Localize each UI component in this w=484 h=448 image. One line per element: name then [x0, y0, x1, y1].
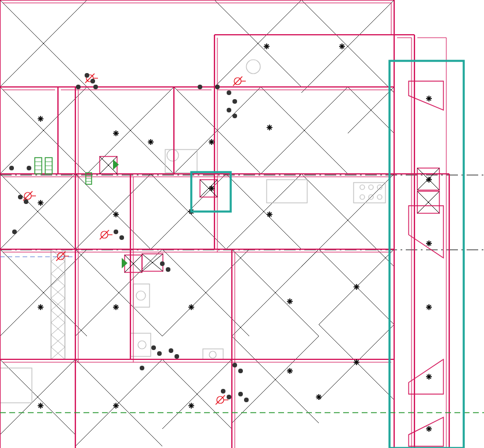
- point-marker-icon: [114, 230, 118, 234]
- point-marker-icon: [238, 392, 243, 396]
- snap-marker-icon: [426, 426, 432, 432]
- point-marker-icon: [227, 395, 231, 399]
- snap-marker-icon: [287, 368, 293, 374]
- point-marker-icon: [9, 166, 14, 170]
- snap-marker-icon: [38, 403, 43, 409]
- snap-marker-icon: [287, 298, 293, 304]
- snap-marker-icon: [339, 43, 345, 49]
- point-marker-icon: [140, 366, 144, 370]
- snap-marker-icon: [426, 304, 432, 310]
- snap-marker-icon: [148, 139, 154, 145]
- snap-marker-icon: [113, 130, 119, 136]
- snap-marker-icon: [426, 96, 432, 101]
- point-marker-icon: [119, 235, 124, 240]
- point-marker-icon: [169, 348, 173, 353]
- snap-marker-icon: [38, 200, 43, 206]
- point-marker-icon: [244, 398, 249, 402]
- point-marker-icon: [215, 85, 220, 89]
- snap-marker-icon: [188, 403, 194, 409]
- point-marker-icon: [227, 90, 231, 95]
- snap-marker-icon: [426, 374, 432, 380]
- point-marker-icon: [232, 363, 237, 367]
- point-marker-icon: [151, 345, 156, 350]
- snap-marker-icon: [209, 139, 214, 145]
- point-marker-icon: [85, 73, 89, 78]
- snap-marker-icon: [113, 212, 119, 217]
- snap-marker-icon: [113, 304, 119, 310]
- snap-marker-icon: [188, 304, 194, 310]
- snap-marker-icon: [38, 304, 43, 310]
- snap-marker-icon: [267, 125, 272, 130]
- point-marker-icon: [166, 267, 170, 272]
- point-marker-icon: [90, 79, 95, 83]
- snap-marker-icon: [316, 394, 322, 400]
- point-marker-icon: [18, 195, 23, 199]
- point-marker-icon: [232, 114, 237, 118]
- point-marker-icon: [27, 166, 31, 170]
- snap-marker-icon: [354, 359, 359, 365]
- point-marker-icon: [93, 85, 98, 89]
- point-marker-icon: [157, 351, 162, 356]
- snap-marker-icon: [354, 284, 359, 290]
- point-marker-icon: [198, 85, 202, 89]
- point-marker-icon: [76, 85, 81, 89]
- snap-marker-icon: [426, 241, 432, 246]
- snap-marker-icon: [209, 185, 214, 191]
- point-marker-icon: [221, 389, 225, 394]
- snap-marker-icon: [267, 212, 272, 217]
- floor-plan-canvas: [0, 0, 484, 448]
- point-marker-icon: [238, 369, 243, 373]
- point-marker-icon: [232, 99, 237, 104]
- snap-marker-icon: [426, 177, 432, 183]
- point-marker-icon: [24, 199, 28, 204]
- snap-marker-icon: [38, 116, 43, 122]
- snap-marker-icon: [113, 403, 119, 409]
- point-marker-icon: [160, 261, 165, 266]
- snap-marker-icon: [264, 43, 270, 49]
- point-marker-icon: [227, 108, 231, 112]
- point-marker-icon: [12, 230, 17, 234]
- point-marker-icon: [174, 354, 179, 359]
